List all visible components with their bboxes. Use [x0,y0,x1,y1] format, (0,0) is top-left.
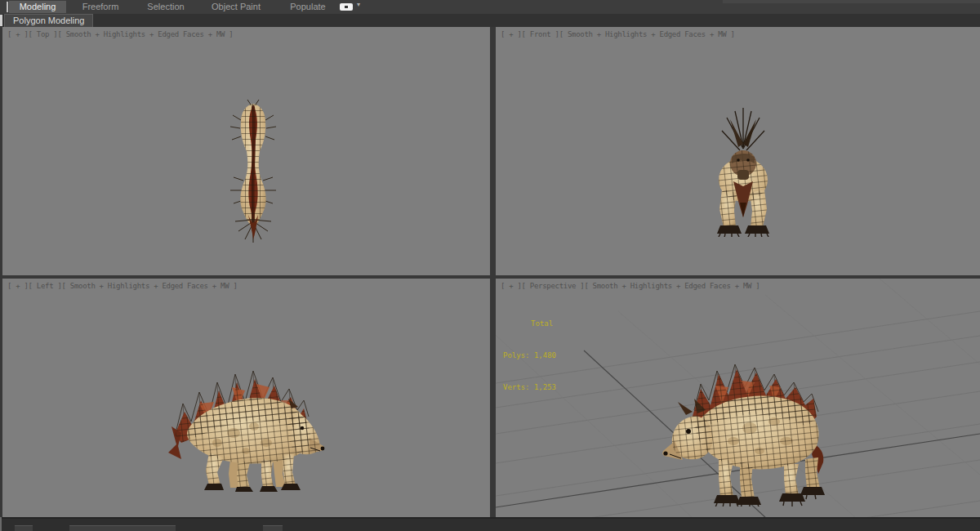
viewport-top-label: [ + ][ Top ][ Smooth + Highlights + Edge… [7,30,233,38]
stats-verts-label: Verts: [503,383,530,391]
viewport-general-menu[interactable]: [ + ] [501,282,522,290]
viewport-general-menu[interactable]: [ + ] [501,30,522,38]
stats-total-label: Total [503,319,556,329]
viewport-front[interactable]: [ + ][ Front ][ Smooth + Highlights + Ed… [496,27,980,275]
viewport-statistics: Total Polys: 1,480 Verts: 1,253 [503,297,556,414]
minimize-ribbon-icon [340,3,353,11]
stats-verts-value: 1,253 [534,383,556,391]
model-top-view[interactable] [223,99,283,243]
ribbon-tab-selection[interactable]: Selection [140,1,191,13]
panel-drag-handle[interactable] [0,15,2,26]
chevron-down-icon: ▾ [357,1,360,8]
viewport-general-menu[interactable]: [ + ] [7,30,29,38]
3ds-max-window: Modeling Freeform Selection Object Paint… [0,0,980,531]
timeline-fragment [263,525,283,531]
ribbon-tab-bar: Modeling Freeform Selection Object Paint… [0,0,980,14]
timeline-edge [0,517,2,531]
viewport-left-label: [ + ][ Left ][ Smooth + Highlights + Edg… [7,282,238,290]
ribbon-tab-freeform[interactable]: Freeform [75,1,126,13]
viewport-pov-menu[interactable]: [ Perspective ] [522,282,585,290]
claws [719,234,768,237]
wireframe-overlay [175,379,319,489]
viewport-pov-menu[interactable]: [ Front ] [522,30,559,38]
ribbon-tab-modeling[interactable]: Modeling [9,1,66,13]
viewport-shading-menu[interactable]: [ Smooth + Highlights + Edged Faces + MW… [559,30,735,38]
viewport-pov-menu[interactable]: [ Left ] [29,282,62,290]
timeline-fragment [69,525,176,531]
ribbon-panel-bar: Polygon Modeling [0,14,980,27]
viewport-top[interactable]: [ + ][ Top ][ Smooth + Highlights + Edge… [2,27,490,275]
viewport-shading-menu[interactable]: [ Smooth + Highlights + Edged Faces + MW… [57,30,233,38]
viewport-pov-menu[interactable]: [ Top ] [29,30,58,38]
ribbon-tab-populate[interactable]: Populate [283,1,333,13]
viewport-front-label: [ + ][ Front ][ Smooth + Highlights + Ed… [501,30,735,38]
viewport-left[interactable]: [ + ][ Left ][ Smooth + Highlights + Edg… [2,279,490,517]
stats-polys-value: 1,480 [534,351,556,359]
titlebar-edge [723,0,980,3]
stats-polys-label: Polys: [503,351,530,359]
viewport-shading-menu[interactable]: [ Smooth + Highlights + Edged Faces + MW… [584,282,760,290]
ribbon-drag-handle[interactable] [7,2,8,12]
model-side-view[interactable] [160,351,332,492]
model-perspective-view[interactable] [644,346,849,506]
timeline-fragment [15,525,33,531]
viewport-general-menu[interactable]: [ + ] [7,282,29,290]
minimize-ribbon-button[interactable]: ▾ [340,2,364,12]
tab-polygon-modeling[interactable]: Polygon Modeling [4,14,93,27]
model-front-view[interactable] [710,106,776,237]
viewport-perspective-label: [ + ][ Perspective ][ Smooth + Highlight… [501,282,760,290]
mane-spikes [722,108,764,150]
viewport-shading-menu[interactable]: [ Smooth + Highlights + Edged Faces + MW… [62,282,238,290]
timeline-strip[interactable] [0,517,980,531]
viewport-perspective[interactable]: [ + ][ Perspective ][ Smooth + Highlight… [496,279,980,517]
ribbon-tab-object-paint[interactable]: Object Paint [204,1,268,13]
